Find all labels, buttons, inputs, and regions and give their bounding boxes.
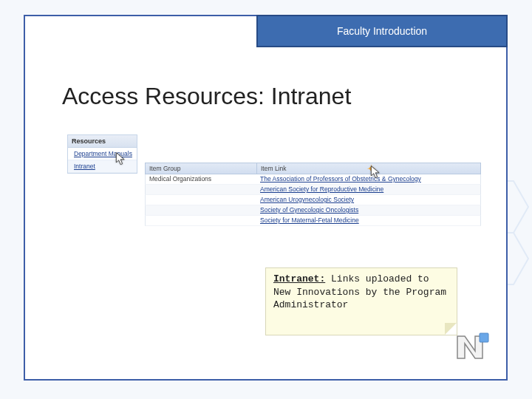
sidebar-header: Resources — [68, 135, 137, 148]
table-row: American Urogynecologic Society — [145, 195, 481, 205]
cell-group — [146, 205, 256, 215]
cell-group — [146, 185, 256, 194]
sidebar: Resources Department Manuals Intranet — [67, 134, 137, 174]
svg-rect-5 — [480, 333, 488, 342]
link-society-gynecologic-oncologists[interactable]: Society of Gynecologic Oncologists — [260, 206, 358, 214]
new-innovations-logo-icon — [453, 326, 493, 366]
link-society-maternal-fetal-medicine[interactable]: Society for Maternal-Fetal Medicine — [260, 216, 359, 224]
slide-title: Access Resources: Intranet — [62, 83, 351, 110]
cell-group — [146, 195, 256, 205]
table-header-row: Item Group Item Link — [145, 163, 481, 174]
link-american-society-reproductive-medicine[interactable]: American Society for Reproductive Medici… — [260, 185, 383, 193]
cell-group — [146, 216, 256, 225]
table-row: American Society for Reproductive Medici… — [145, 185, 481, 195]
link-assoc-professors-obgyn[interactable]: The Association of Professors of Obstetr… — [260, 175, 421, 183]
header-bar: Faculty Introduction — [256, 15, 508, 47]
callout-title: Intranet: — [273, 273, 325, 284]
resources-screenshot: Resources Department Manuals Intranet It… — [67, 134, 481, 223]
cell-group: Medical Organizations — [146, 174, 256, 184]
slide-frame: Faculty Introduction Access Resources: I… — [24, 15, 508, 381]
header-label: Faculty Introduction — [337, 25, 427, 37]
table-row: Society for Maternal-Fetal Medicine — [145, 216, 481, 226]
col-item-link: Item Link — [256, 163, 480, 174]
link-american-urogynecologic-society[interactable]: American Urogynecologic Society — [260, 196, 354, 203]
table-row: Society of Gynecologic Oncologists — [145, 205, 481, 216]
col-item-group: Item Group — [146, 163, 256, 174]
callout-note: Intranet: Links uploaded to New Innovati… — [265, 267, 457, 335]
table-row: Medical Organizations The Association of… — [145, 174, 481, 185]
links-table: Item Group Item Link Medical Organizatio… — [145, 163, 481, 226]
sidebar-item-intranet[interactable]: Intranet — [68, 160, 137, 173]
sidebar-item-department-manuals[interactable]: Department Manuals — [68, 148, 137, 160]
